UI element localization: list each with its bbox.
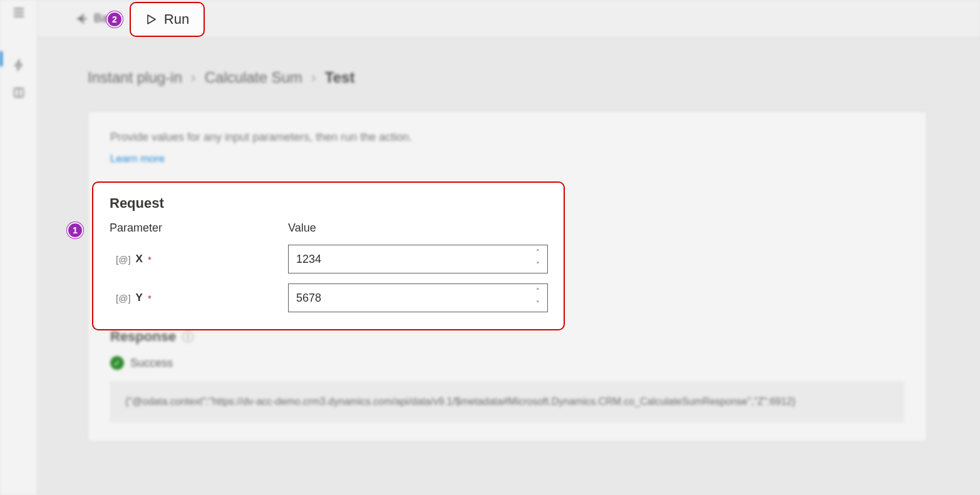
- step-up-button[interactable]: ˄: [532, 286, 544, 297]
- breadcrumb-item[interactable]: Calculate Sum: [205, 69, 302, 86]
- step-up-button[interactable]: ˄: [532, 247, 544, 258]
- learn-more-link[interactable]: Learn more: [110, 153, 165, 165]
- required-asterisk: *: [148, 254, 152, 265]
- step-down-button[interactable]: ˅: [532, 260, 544, 270]
- play-icon: [145, 14, 157, 25]
- at-icon: [@]: [116, 254, 131, 265]
- response-title: Response i: [110, 329, 904, 345]
- lightning-icon[interactable]: [13, 59, 25, 71]
- response-body: {"@odata.context":"https://dv-acc-demo.c…: [110, 381, 904, 422]
- request-title: Request: [110, 195, 547, 212]
- at-icon: [@]: [116, 293, 131, 304]
- request-panel: Request Parameter Value [@] X * ˄ ˅ [@] …: [92, 181, 565, 330]
- check-circle-icon: ✓: [110, 356, 124, 370]
- required-asterisk: *: [148, 293, 152, 304]
- chevron-right-icon: ›: [311, 69, 316, 86]
- param-input-x[interactable]: [288, 245, 548, 273]
- param-label-x: [@] X *: [110, 253, 288, 265]
- chevron-right-icon: ›: [191, 69, 196, 86]
- param-label-y: [@] Y *: [110, 292, 288, 304]
- run-label: Run: [164, 11, 189, 28]
- info-icon[interactable]: i: [182, 331, 193, 342]
- breadcrumb-item[interactable]: Instant plug-in: [88, 69, 182, 86]
- rail-accent: [0, 51, 3, 66]
- book-icon[interactable]: [13, 86, 25, 99]
- run-button[interactable]: Run: [130, 2, 205, 37]
- breadcrumb-current: Test: [325, 69, 355, 86]
- callout-1: 1: [67, 222, 83, 238]
- arrow-left-icon: [75, 12, 89, 26]
- response-status: ✓ Success: [110, 356, 904, 370]
- left-rail: [0, 0, 38, 495]
- step-down-button[interactable]: ˅: [532, 299, 544, 309]
- instruction-text: Provide values for any input parameters,…: [110, 131, 904, 144]
- breadcrumb: Instant plug-in › Calculate Sum › Test: [88, 69, 930, 86]
- callout-2: 2: [106, 11, 123, 28]
- menu-icon[interactable]: [13, 6, 25, 19]
- param-input-y[interactable]: [288, 283, 548, 312]
- value-header-sharp: Value: [288, 222, 548, 235]
- param-header-sharp: Parameter: [110, 222, 288, 235]
